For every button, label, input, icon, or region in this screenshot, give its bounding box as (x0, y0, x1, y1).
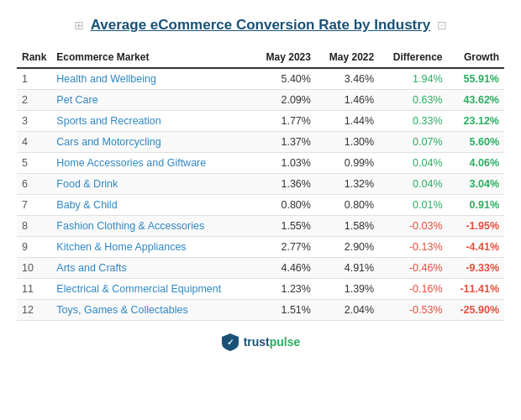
cell-market[interactable]: Baby & Child (51, 195, 252, 216)
col-may2022: May 2022 (316, 47, 379, 68)
col-growth: Growth (448, 47, 504, 68)
cell-may2023: 1.03% (253, 153, 316, 174)
cell-market[interactable]: Pet Care (51, 90, 252, 111)
cell-growth: -1.95% (448, 216, 504, 237)
cell-may2022: 3.46% (316, 68, 379, 90)
table-row: 6Food & Drink1.36%1.32%0.04%3.04% (17, 174, 504, 195)
cell-growth: 4.06% (448, 153, 504, 174)
cell-may2023: 1.36% (253, 174, 316, 195)
cell-growth: 5.60% (448, 132, 504, 153)
cell-may2023: 2.09% (253, 90, 316, 111)
cell-may2022: 1.58% (316, 216, 379, 237)
cell-may2022: 2.90% (316, 237, 379, 258)
table-row: 8Fashion Clothing & Accessories1.55%1.58… (17, 216, 504, 237)
cell-may2022: 2.04% (316, 300, 379, 321)
cell-growth: 3.04% (448, 174, 504, 195)
cell-market[interactable]: Kitchen & Home Appliances (51, 237, 252, 258)
cell-may2023: 1.51% (253, 300, 316, 321)
cell-may2023: 5.40% (253, 68, 316, 90)
cell-market[interactable]: Cars and Motorcycling (51, 132, 252, 153)
cell-rank: 3 (17, 111, 51, 132)
cell-market[interactable]: Fashion Clothing & Accessories (51, 216, 252, 237)
cell-difference: 0.07% (379, 132, 447, 153)
cell-may2022: 1.39% (316, 279, 379, 300)
table-row: 4Cars and Motorcycling1.37%1.30%0.07%5.6… (17, 132, 504, 153)
trustpulse-logo: ✓ trustpulse (221, 333, 301, 351)
col-market: Ecommerce Market (51, 47, 252, 68)
cell-may2023: 4.46% (253, 258, 316, 279)
cell-rank: 9 (17, 237, 51, 258)
cell-may2022: 4.91% (316, 258, 379, 279)
cell-rank: 4 (17, 132, 51, 153)
table-row: 11Electrical & Commercial Equipment1.23%… (17, 279, 504, 300)
cell-may2023: 2.77% (253, 237, 316, 258)
top-left-icon: ⊞ (74, 18, 84, 32)
trustpulse-text: trustpulse (244, 335, 301, 349)
top-right-icon: ⊡ (437, 18, 447, 32)
col-difference: Difference (379, 47, 447, 68)
table-header: Rank Ecommerce Market May 2023 May 2022 … (17, 47, 504, 68)
cell-market[interactable]: Arts and Crafts (51, 258, 252, 279)
cell-rank: 10 (17, 258, 51, 279)
cell-may2022: 1.30% (316, 132, 379, 153)
cell-market[interactable]: Sports and Recreation (51, 111, 252, 132)
footer: ✓ trustpulse (221, 333, 301, 351)
cell-rank: 5 (17, 153, 51, 174)
table-row: 9Kitchen & Home Appliances2.77%2.90%-0.1… (17, 237, 504, 258)
cell-market[interactable]: Health and Wellbeing (51, 68, 252, 90)
table-row: 2Pet Care2.09%1.46%0.63%43.62% (17, 90, 504, 111)
cell-difference: -0.03% (379, 216, 447, 237)
cell-growth: -25.90% (448, 300, 504, 321)
cell-may2023: 1.55% (253, 216, 316, 237)
cell-market[interactable]: Toys, Games & Collectables (51, 300, 252, 321)
cell-growth: 43.62% (448, 90, 504, 111)
cell-difference: 1.94% (379, 68, 447, 90)
cell-growth: 55.91% (448, 68, 504, 90)
title-container: ⊞ Average eCommerce Conversion Rate by I… (74, 17, 448, 34)
table-body: 1Health and Wellbeing5.40%3.46%1.94%55.9… (17, 68, 504, 321)
cell-may2022: 1.46% (316, 90, 379, 111)
cell-difference: 0.63% (379, 90, 447, 111)
cell-rank: 12 (17, 300, 51, 321)
cell-market[interactable]: Electrical & Commercial Equipment (51, 279, 252, 300)
trustpulse-shield-icon: ✓ (221, 333, 239, 351)
cell-rank: 1 (17, 68, 51, 90)
page-title: Average eCommerce Conversion Rate by Ind… (91, 17, 431, 34)
cell-difference: 0.33% (379, 111, 447, 132)
cell-rank: 8 (17, 216, 51, 237)
cell-growth: 23.12% (448, 111, 504, 132)
cell-may2023: 1.23% (253, 279, 316, 300)
svg-text:✓: ✓ (227, 338, 234, 347)
table-row: 3Sports and Recreation1.77%1.44%0.33%23.… (17, 111, 504, 132)
col-may2023: May 2023 (253, 47, 316, 68)
col-rank: Rank (17, 47, 51, 68)
cell-growth: -4.41% (448, 237, 504, 258)
cell-growth: -9.33% (448, 258, 504, 279)
cell-market[interactable]: Food & Drink (51, 174, 252, 195)
cell-difference: 0.04% (379, 153, 447, 174)
cell-difference: 0.04% (379, 174, 447, 195)
cell-difference: 0.01% (379, 195, 447, 216)
table-row: 7Baby & Child0.80%0.80%0.01%0.91% (17, 195, 504, 216)
conversion-rate-table: Rank Ecommerce Market May 2023 May 2022 … (17, 47, 504, 321)
cell-rank: 6 (17, 174, 51, 195)
cell-market[interactable]: Home Accessories and Giftware (51, 153, 252, 174)
cell-rank: 7 (17, 195, 51, 216)
cell-growth: 0.91% (448, 195, 504, 216)
cell-rank: 2 (17, 90, 51, 111)
cell-difference: -0.16% (379, 279, 447, 300)
cell-may2022: 0.99% (316, 153, 379, 174)
table-row: 1Health and Wellbeing5.40%3.46%1.94%55.9… (17, 68, 504, 90)
cell-may2023: 1.77% (253, 111, 316, 132)
table-row: 12Toys, Games & Collectables1.51%2.04%-0… (17, 300, 504, 321)
cell-rank: 11 (17, 279, 51, 300)
cell-difference: -0.46% (379, 258, 447, 279)
cell-growth: -11.41% (448, 279, 504, 300)
table-row: 5Home Accessories and Giftware1.03%0.99%… (17, 153, 504, 174)
cell-may2023: 0.80% (253, 195, 316, 216)
cell-may2022: 1.32% (316, 174, 379, 195)
cell-difference: -0.53% (379, 300, 447, 321)
table-row: 10Arts and Crafts4.46%4.91%-0.46%-9.33% (17, 258, 504, 279)
cell-may2022: 1.44% (316, 111, 379, 132)
cell-may2022: 0.80% (316, 195, 379, 216)
